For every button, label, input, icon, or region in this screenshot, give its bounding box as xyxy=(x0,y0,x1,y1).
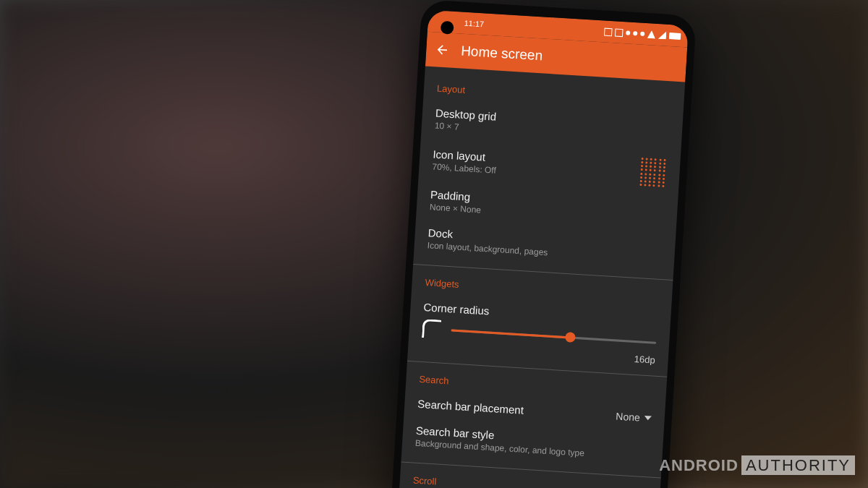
phone-screen: 11:17 Home screen Layout Desktop grid 10… xyxy=(396,10,689,488)
status-icon xyxy=(615,28,624,37)
watermark-brand2: AUTHORITY xyxy=(741,455,855,475)
settings-content[interactable]: Layout Desktop grid 10 × 7 Icon layout 7… xyxy=(397,67,686,488)
status-icon xyxy=(626,30,630,35)
corner-preview-icon xyxy=(422,319,442,339)
watermark-brand1: ANDROID xyxy=(659,456,739,474)
setting-title: Search bar placement xyxy=(417,398,524,416)
phone-frame: 11:17 Home screen Layout Desktop grid 10… xyxy=(388,0,697,488)
corner-radius-slider[interactable] xyxy=(451,329,657,343)
dropdown-value: None xyxy=(616,410,640,423)
setting-corner-radius[interactable]: Corner radius 16dp xyxy=(421,294,659,369)
page-title: Home screen xyxy=(461,43,543,64)
back-arrow-icon[interactable] xyxy=(435,42,450,57)
status-time: 11:17 xyxy=(464,19,484,29)
status-icon xyxy=(633,31,637,35)
grid-preview-icon xyxy=(639,158,667,188)
status-icon xyxy=(640,32,644,36)
wifi-icon xyxy=(647,30,656,39)
battery-icon xyxy=(669,33,681,40)
signal-icon xyxy=(658,31,667,40)
section-header-scroll: Scroll xyxy=(412,475,647,488)
watermark: ANDROIDAUTHORITY xyxy=(659,456,855,475)
slider-thumb[interactable] xyxy=(565,332,576,343)
status-icon xyxy=(604,27,613,36)
chevron-down-icon xyxy=(644,415,652,420)
